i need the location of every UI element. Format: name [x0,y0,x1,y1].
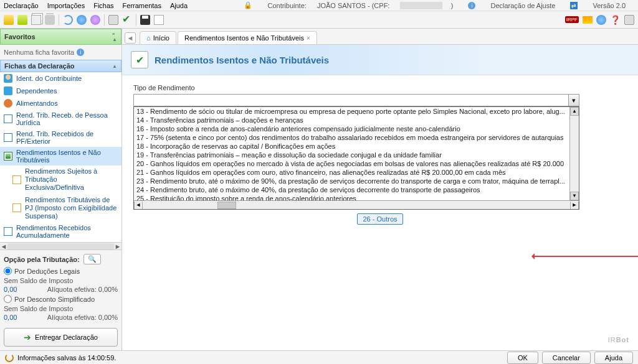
combo-input[interactable] [133,94,579,106]
radio-deducoes-label: Por Deduções Legais [14,268,80,275]
tax-title: Opção pela Tributação: [4,256,80,263]
food-icon [4,99,12,108]
ajuda-button[interactable]: Ajuda [594,352,633,364]
sem-saldo-1: Sem Saldo de Imposto [4,277,73,284]
dropdown-hscroll[interactable]: ◄► [134,200,579,209]
doc-icon[interactable] [154,15,164,25]
main: ◄ ⌂Início Rendimentos Isentos e Não Trib… [122,29,638,350]
status-bar: Informações salvas às 14:00:59. OK Cance… [0,350,638,364]
menu-importacoes[interactable]: Importações [47,2,85,9]
favoritos-header[interactable]: Favoritos«▲ [0,29,121,45]
menu-bar: Declaração Importações Fichas Ferramenta… [0,0,638,11]
tab-current[interactable]: Rendimentos Isentos e Não Tributáveis× [178,31,317,44]
save-icon[interactable] [140,15,150,25]
nav-back[interactable]: ◄ [125,32,136,44]
people-icon [4,86,12,95]
tabs: ◄ ⌂Início Rendimentos Isentos e Não Trib… [122,29,638,45]
menu-ajuda[interactable]: Ajuda [170,2,188,9]
dd-item-17[interactable]: 17 - 75% (setenta e cinco por cento) dos… [134,133,579,142]
tree-isentos[interactable]: Rendimentos Isentos e Não Tributáveis [0,147,121,166]
irpf-badge: IRPF [565,16,579,23]
tree-suspensa[interactable]: Rendimentos Tributáveis de PJ (Imposto c… [0,194,121,223]
person-icon [4,74,12,83]
doc-icon [4,133,12,142]
radio-simplificado[interactable] [4,295,12,303]
warn-icon [12,203,21,212]
fichas-header[interactable]: Fichas da Declaração▲ [0,60,121,72]
aliquota-2: Alíquota efetiva: 0,00% [47,314,118,321]
close-icon[interactable]: × [307,35,310,42]
lock-icon: 🔒 [244,1,252,9]
trash-icon[interactable] [45,15,55,25]
menu-fichas[interactable]: Fichas [93,2,113,9]
tree-dependentes[interactable]: Dependentes [0,85,121,97]
combo-button[interactable]: ▾ [568,94,579,106]
menu-ferramentas[interactable]: Ferramentas [123,2,161,9]
tree-rend-pj[interactable]: Rend. Trib. Receb. de Pessoa Jurídica [0,110,121,128]
dd-item-23[interactable]: 23 - Rendimento bruto, até o máximo de 9… [134,177,579,185]
help-icon[interactable]: ❓ [610,15,621,25]
arrow-icon: ➔ [24,332,31,342]
ok-button[interactable]: OK [507,352,538,364]
info-icon[interactable]: i [77,49,84,56]
tree-alimentandos[interactable]: Alimentandos [0,97,121,110]
print-icon[interactable] [108,15,118,25]
separator [136,14,136,26]
warn-icon [12,175,21,184]
annotation-arrow [533,256,638,257]
tree-exclusiva[interactable]: Rendimentos Sujeitos à Tributação Exclus… [0,166,121,194]
valor-1: 0,00 [4,286,17,293]
declaracao-tipo: Declaração de Ajuste [490,2,555,9]
sidebar: Favoritos«▲ Nenhuma ficha favorita i Fic… [0,29,122,350]
refresh-icon[interactable] [63,15,73,25]
new-icon[interactable] [4,15,14,25]
magnify-button[interactable]: 🔍 [83,254,101,264]
doc-icon [4,114,12,123]
info-icon[interactable]: i [468,2,475,9]
tab-home[interactable]: ⌂Início [140,31,176,44]
page-header: ✔ Rendimentos Isentos e Não Tributáveis [122,45,638,75]
combo-tipo[interactable]: ▾ [133,94,579,106]
toolbar: ✔ IRPF ❓ [0,11,638,29]
dd-item-19[interactable]: 19 - Transferências patrimoniais – meaçã… [134,151,579,159]
cancelar-button[interactable]: Cancelar [542,352,591,364]
field-label: Tipo de Rendimento [133,84,627,91]
dropdown-list: 13 - Rendimento de sócio ou titular de m… [134,107,579,200]
dd-item-24[interactable]: 24 - Rendimento bruto, até o máximo de 4… [134,185,579,194]
tree-acumulado[interactable]: Rendimentos Recebidos Acumuladamente [0,222,121,241]
sem-saldo-2: Sem Saldo de Imposto [4,305,73,312]
dd-item-13[interactable]: 13 - Rendimento de sócio ou titular de m… [134,107,579,116]
dd-item-16[interactable]: 16 - Imposto sobre a renda de anos-calen… [134,124,579,133]
page-icon: ✔ [131,51,148,68]
radio-deducoes[interactable] [4,267,12,275]
copy-icon[interactable] [31,15,41,25]
globe-icon[interactable] [77,15,87,25]
doc-green-icon [4,152,12,161]
dropdown-vscroll[interactable]: ▲▼ [569,107,579,200]
dd-item-20[interactable]: 20 - Ganhos líquidos em operações no mer… [134,159,579,168]
separator [59,14,59,26]
open-icon[interactable] [17,15,27,25]
dd-item-18[interactable]: 18 - Incorporação de reservas ao capital… [134,142,579,151]
dd-item-14[interactable]: 14 - Transferências patrimoniais – doaçõ… [134,116,579,124]
check-icon[interactable]: ✔ [122,15,132,25]
contribuinte-label: Contribuinte: JOÃO SANTOS - (CPF: 000000… [267,2,453,9]
status-text: Informações salvas às 14:00:59. [17,354,116,362]
version-icon: ⇄ [570,2,578,9]
refresh-icon [5,353,14,362]
globe2-icon[interactable] [90,15,100,25]
calc-icon[interactable] [624,15,634,25]
dd-item-25[interactable]: 25 - Restituição do imposto sobre a rend… [134,194,579,200]
menu-declaracao[interactable]: Declaração [4,2,39,9]
doc-icon [4,227,12,236]
tree-ident[interactable]: Ident. do Contribuinte [0,72,121,85]
dd-item-21[interactable]: 21 - Ganhos líquidos em operações com ou… [134,168,579,177]
sidebar-hscroll[interactable]: ◄► [0,242,121,250]
tree-rend-pf[interactable]: Rend. Trib. Recebidos de PF/Exterior [0,128,121,147]
entregar-button[interactable]: ➔Entregar Declaração [4,328,118,347]
favoritos-empty: Nenhuma ficha favorita i [0,45,121,60]
receita-icon[interactable] [596,15,606,25]
watermark: IRBot [608,331,629,345]
valor-2: 0,00 [4,314,17,321]
flag-icon[interactable] [583,16,593,24]
